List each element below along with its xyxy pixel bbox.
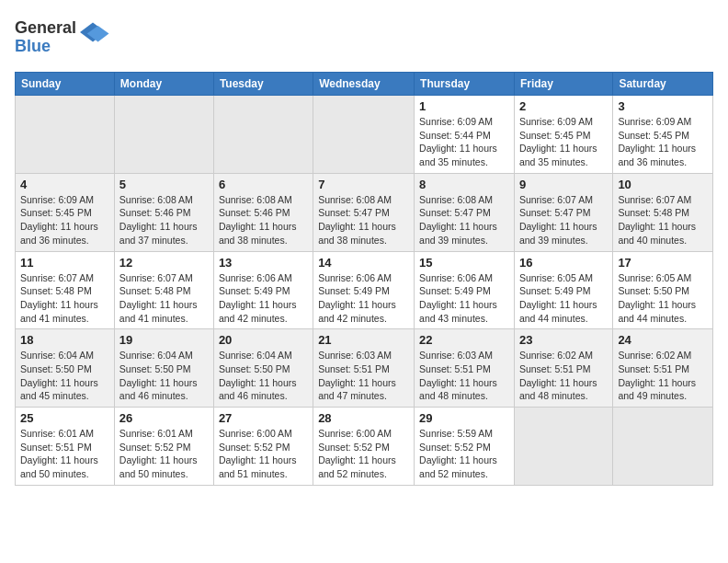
day-info: Sunrise: 6:04 AM Sunset: 5:50 PM Dayligh… [219, 349, 308, 403]
day-of-week-header: Saturday [613, 73, 713, 96]
day-info: Sunrise: 6:01 AM Sunset: 5:51 PM Dayligh… [20, 427, 109, 481]
day-number: 12 [119, 256, 209, 270]
calendar-day-cell [213, 96, 313, 174]
day-number: 10 [618, 178, 708, 191]
day-number: 8 [419, 178, 509, 191]
day-number: 3 [618, 99, 708, 113]
calendar-day-cell: 21Sunrise: 6:03 AM Sunset: 5:51 PM Dayli… [313, 329, 415, 408]
svg-text:General: General [15, 18, 76, 37]
day-info: Sunrise: 6:09 AM Sunset: 5:45 PM Dayligh… [20, 193, 109, 247]
day-number: 11 [20, 256, 109, 270]
calendar-day-cell: 6Sunrise: 6:08 AM Sunset: 5:46 PM Daylig… [213, 173, 313, 251]
day-info: Sunrise: 6:08 AM Sunset: 5:47 PM Dayligh… [419, 193, 509, 247]
calendar-day-cell: 28Sunrise: 6:00 AM Sunset: 5:52 PM Dayli… [313, 408, 415, 486]
day-number: 4 [20, 178, 109, 191]
day-of-week-header: Thursday [415, 73, 515, 96]
calendar-day-cell: 3Sunrise: 6:09 AM Sunset: 5:45 PM Daylig… [613, 96, 713, 174]
day-info: Sunrise: 6:09 AM Sunset: 5:45 PM Dayligh… [618, 115, 708, 169]
calendar-day-cell [514, 408, 612, 486]
day-number: 9 [519, 178, 608, 191]
calendar-day-cell: 29Sunrise: 5:59 AM Sunset: 5:52 PM Dayli… [415, 408, 515, 486]
calendar-day-cell [313, 96, 415, 174]
day-number: 13 [219, 256, 308, 270]
day-number: 28 [318, 411, 409, 425]
calendar-day-cell: 26Sunrise: 6:01 AM Sunset: 5:52 PM Dayli… [114, 408, 213, 486]
day-info: Sunrise: 6:05 AM Sunset: 5:49 PM Dayligh… [519, 271, 608, 326]
day-number: 26 [119, 411, 209, 425]
day-number: 29 [419, 411, 509, 425]
calendar-day-cell: 27Sunrise: 6:00 AM Sunset: 5:52 PM Dayli… [213, 408, 313, 486]
day-info: Sunrise: 6:05 AM Sunset: 5:50 PM Dayligh… [618, 271, 708, 326]
day-info: Sunrise: 6:07 AM Sunset: 5:48 PM Dayligh… [20, 271, 109, 326]
day-number: 22 [419, 333, 509, 347]
day-number: 27 [219, 411, 308, 425]
day-of-week-header: Tuesday [213, 73, 313, 96]
day-info: Sunrise: 6:08 AM Sunset: 5:46 PM Dayligh… [219, 193, 308, 247]
day-number: 2 [519, 99, 608, 113]
day-info: Sunrise: 6:07 AM Sunset: 5:48 PM Dayligh… [119, 271, 209, 326]
logo-text: General Blue [15, 15, 134, 64]
calendar-week-row: 4Sunrise: 6:09 AM Sunset: 5:45 PM Daylig… [16, 173, 713, 251]
day-number: 25 [20, 411, 109, 425]
day-info: Sunrise: 6:02 AM Sunset: 5:51 PM Dayligh… [519, 349, 608, 403]
calendar-day-cell: 17Sunrise: 6:05 AM Sunset: 5:50 PM Dayli… [613, 251, 713, 329]
calendar-day-cell: 9Sunrise: 6:07 AM Sunset: 5:47 PM Daylig… [514, 173, 612, 251]
day-number: 1 [419, 99, 509, 113]
calendar-week-row: 11Sunrise: 6:07 AM Sunset: 5:48 PM Dayli… [16, 251, 713, 329]
day-info: Sunrise: 6:03 AM Sunset: 5:51 PM Dayligh… [419, 349, 509, 403]
day-info: Sunrise: 5:59 AM Sunset: 5:52 PM Dayligh… [419, 427, 509, 481]
calendar-day-cell: 15Sunrise: 6:06 AM Sunset: 5:49 PM Dayli… [415, 251, 515, 329]
day-of-week-header: Friday [514, 73, 612, 96]
day-info: Sunrise: 6:08 AM Sunset: 5:47 PM Dayligh… [318, 193, 409, 247]
calendar-day-cell: 25Sunrise: 6:01 AM Sunset: 5:51 PM Dayli… [16, 408, 115, 486]
calendar-header-row: SundayMondayTuesdayWednesdayThursdayFrid… [16, 73, 713, 96]
calendar-day-cell [114, 96, 213, 174]
day-number: 24 [618, 333, 708, 347]
day-number: 15 [419, 256, 509, 270]
calendar-day-cell: 11Sunrise: 6:07 AM Sunset: 5:48 PM Dayli… [16, 251, 115, 329]
day-info: Sunrise: 6:07 AM Sunset: 5:48 PM Dayligh… [618, 193, 708, 247]
day-number: 21 [318, 333, 409, 347]
day-of-week-header: Monday [114, 73, 213, 96]
svg-text:Blue: Blue [15, 37, 51, 55]
calendar-day-cell: 18Sunrise: 6:04 AM Sunset: 5:50 PM Dayli… [16, 329, 115, 408]
calendar-day-cell: 12Sunrise: 6:07 AM Sunset: 5:48 PM Dayli… [114, 251, 213, 329]
calendar-day-cell: 23Sunrise: 6:02 AM Sunset: 5:51 PM Dayli… [514, 329, 612, 408]
calendar-day-cell: 5Sunrise: 6:08 AM Sunset: 5:46 PM Daylig… [114, 173, 213, 251]
day-number: 20 [219, 333, 308, 347]
calendar-day-cell [16, 96, 115, 174]
day-info: Sunrise: 6:06 AM Sunset: 5:49 PM Dayligh… [219, 271, 308, 326]
calendar-day-cell [613, 408, 713, 486]
calendar-day-cell: 10Sunrise: 6:07 AM Sunset: 5:48 PM Dayli… [613, 173, 713, 251]
day-number: 14 [318, 256, 409, 270]
day-info: Sunrise: 6:06 AM Sunset: 5:49 PM Dayligh… [419, 271, 509, 326]
day-info: Sunrise: 6:00 AM Sunset: 5:52 PM Dayligh… [318, 427, 409, 481]
calendar-day-cell: 1Sunrise: 6:09 AM Sunset: 5:44 PM Daylig… [415, 96, 515, 174]
day-number: 5 [119, 178, 209, 191]
calendar-week-row: 18Sunrise: 6:04 AM Sunset: 5:50 PM Dayli… [16, 329, 713, 408]
day-number: 6 [219, 178, 308, 191]
day-number: 7 [318, 178, 409, 191]
calendar-week-row: 1Sunrise: 6:09 AM Sunset: 5:44 PM Daylig… [16, 96, 713, 174]
calendar-day-cell: 16Sunrise: 6:05 AM Sunset: 5:49 PM Dayli… [514, 251, 612, 329]
calendar-day-cell: 7Sunrise: 6:08 AM Sunset: 5:47 PM Daylig… [313, 173, 415, 251]
calendar-week-row: 25Sunrise: 6:01 AM Sunset: 5:51 PM Dayli… [16, 408, 713, 486]
day-number: 19 [119, 333, 209, 347]
day-of-week-header: Wednesday [313, 73, 415, 96]
logo: General Blue [15, 15, 134, 64]
day-info: Sunrise: 6:01 AM Sunset: 5:52 PM Dayligh… [119, 427, 209, 481]
day-info: Sunrise: 6:09 AM Sunset: 5:45 PM Dayligh… [519, 115, 608, 169]
day-info: Sunrise: 6:00 AM Sunset: 5:52 PM Dayligh… [219, 427, 308, 481]
calendar-day-cell: 4Sunrise: 6:09 AM Sunset: 5:45 PM Daylig… [16, 173, 115, 251]
calendar-day-cell: 24Sunrise: 6:02 AM Sunset: 5:51 PM Dayli… [613, 329, 713, 408]
day-info: Sunrise: 6:09 AM Sunset: 5:44 PM Dayligh… [419, 115, 509, 169]
day-info: Sunrise: 6:06 AM Sunset: 5:49 PM Dayligh… [318, 271, 409, 326]
day-info: Sunrise: 6:08 AM Sunset: 5:46 PM Dayligh… [119, 193, 209, 247]
day-number: 23 [519, 333, 608, 347]
calendar-day-cell: 13Sunrise: 6:06 AM Sunset: 5:49 PM Dayli… [213, 251, 313, 329]
day-number: 18 [20, 333, 109, 347]
calendar-day-cell: 20Sunrise: 6:04 AM Sunset: 5:50 PM Dayli… [213, 329, 313, 408]
calendar-day-cell: 8Sunrise: 6:08 AM Sunset: 5:47 PM Daylig… [415, 173, 515, 251]
calendar-table: SundayMondayTuesdayWednesdayThursdayFrid… [15, 72, 713, 486]
day-info: Sunrise: 6:04 AM Sunset: 5:50 PM Dayligh… [119, 349, 209, 403]
